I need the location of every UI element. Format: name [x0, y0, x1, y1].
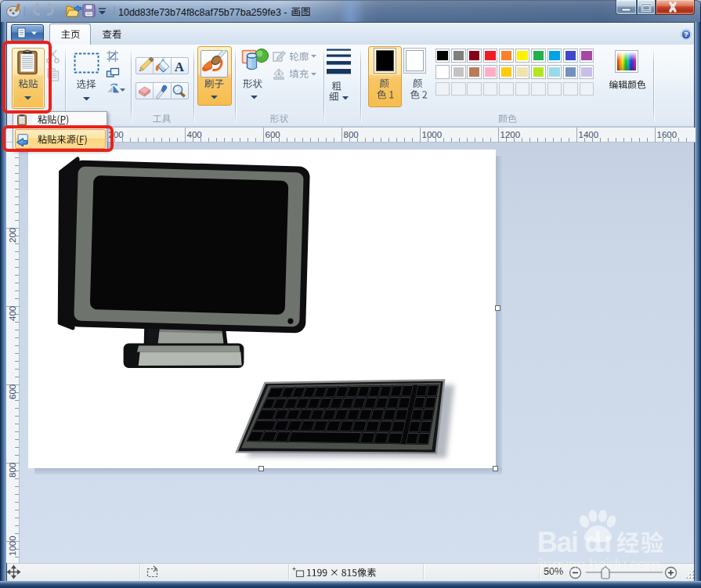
svg-text:400: 400: [8, 306, 17, 321]
svg-text:200: 200: [8, 228, 17, 243]
svg-text:800: 800: [8, 463, 17, 478]
svg-text:1200: 1200: [500, 130, 521, 139]
svg-text:du: du: [584, 526, 612, 558]
svg-text:400: 400: [187, 130, 202, 139]
svg-text:A: A: [174, 59, 184, 74]
svg-text:1400: 1400: [579, 130, 599, 139]
svg-text:?: ?: [684, 30, 688, 38]
svg-text:Bai: Bai: [537, 526, 579, 558]
svg-text:1000: 1000: [422, 130, 443, 139]
svg-text:1600: 1600: [657, 130, 678, 139]
svg-text:600: 600: [8, 384, 17, 399]
svg-text:jingyan.baidu.com: jingyan.baidu.com: [537, 555, 660, 575]
svg-text:800: 800: [344, 130, 359, 139]
svg-text:600: 600: [266, 130, 280, 139]
svg-text:1000: 1000: [8, 536, 17, 556]
